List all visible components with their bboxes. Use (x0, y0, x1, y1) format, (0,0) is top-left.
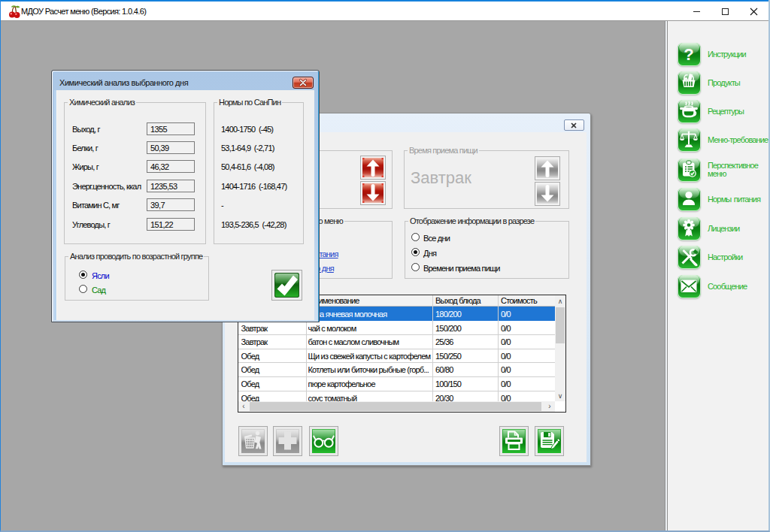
svg-text:?: ? (684, 45, 693, 64)
